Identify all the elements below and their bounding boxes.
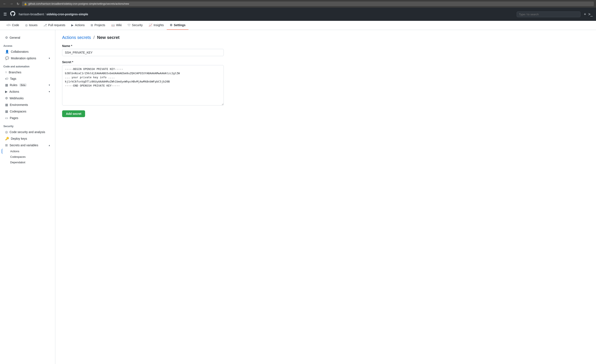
sidebar-item-rules[interactable]: ▦ Rules Beta ▾ bbox=[2, 82, 53, 88]
nav-wiki[interactable]: 📖 Wiki bbox=[108, 21, 125, 30]
nav-issues-label: Issues bbox=[29, 23, 37, 27]
sidebar: ⚙ General Access 👤 Collaborators 💬 Moder… bbox=[0, 30, 55, 364]
back-button[interactable]: ← bbox=[2, 1, 7, 6]
breadcrumb: Actions secrets / New secret bbox=[62, 35, 240, 40]
sidebar-moderation-label: Moderation options bbox=[11, 57, 36, 60]
breadcrumb-link[interactable]: Actions secrets bbox=[62, 35, 91, 40]
sidebar-rules-label: Rules bbox=[10, 83, 17, 87]
insights-icon: 📈 bbox=[149, 23, 152, 27]
sidebar-item-branches[interactable]: ⑂ Branches bbox=[2, 69, 53, 75]
security-icon: 🛡 bbox=[128, 23, 131, 27]
sidebar-secrets-label: Secrets and variables bbox=[10, 143, 38, 147]
main-content: Actions secrets / New secret Name * Secr… bbox=[55, 30, 247, 364]
sidebar-item-tags[interactable]: 🏷 Tags bbox=[2, 75, 53, 82]
chevron-down-icon-rules: ▾ bbox=[49, 83, 50, 87]
secrets-icon: ⊞ bbox=[5, 143, 8, 147]
nav-insights[interactable]: 📈 Insights bbox=[146, 21, 167, 30]
sidebar-pages-label: Pages bbox=[10, 116, 18, 120]
nav-actions-label: Actions bbox=[75, 23, 85, 27]
main-layout: ⚙ General Access 👤 Collaborators 💬 Moder… bbox=[0, 30, 596, 364]
secret-label: Secret * bbox=[62, 60, 240, 64]
projects-icon: ⊞ bbox=[91, 23, 93, 27]
sidebar-section-code: Code and automation bbox=[0, 62, 55, 69]
sidebar-collaborators-label: Collaborators bbox=[11, 50, 29, 53]
nav-projects[interactable]: ⊞ Projects bbox=[88, 21, 108, 30]
github-header: ☰ harrison-broadbent / sidekiq-cron-post… bbox=[0, 8, 596, 21]
nav-issues[interactable]: ◎ Issues bbox=[22, 21, 40, 30]
sidebar-actions-label: Actions bbox=[9, 90, 19, 93]
breadcrumb-separator: / bbox=[93, 35, 95, 40]
secret-required: * bbox=[72, 60, 73, 64]
key-icon: 🔑 bbox=[5, 137, 9, 141]
sidebar-sub-dependabot-label: Dependabot bbox=[10, 161, 25, 164]
nav-insights-label: Insights bbox=[154, 23, 164, 27]
sidebar-deploy-keys-label: Deploy keys bbox=[11, 137, 27, 140]
codespaces-icon: ▦ bbox=[5, 110, 8, 113]
name-form-group: Name * bbox=[62, 44, 240, 56]
nav-code-label: Code bbox=[12, 23, 19, 27]
forward-button[interactable]: → bbox=[9, 1, 14, 6]
address-bar[interactable]: 🔒 github.com/harrison-broadbent/sidekiq-… bbox=[22, 1, 594, 6]
repo-name[interactable]: sidekiq-cron-postgres-simple bbox=[46, 13, 88, 16]
sidebar-item-actions[interactable]: ▶ Actions ▾ bbox=[2, 89, 53, 95]
shield-icon: ◎ bbox=[5, 130, 8, 134]
secret-form-group: Secret * -----BEGIN OPENSSH PRIVATE KEY-… bbox=[62, 60, 240, 106]
actions-nav-icon: ▶ bbox=[71, 23, 74, 27]
sidebar-item-secrets[interactable]: ⊞ Secrets and variables ▴ bbox=[2, 142, 53, 149]
nav-security-label: Security bbox=[132, 23, 143, 27]
terminal-icon[interactable]: >_ bbox=[588, 12, 593, 17]
nav-code[interactable]: </> Code bbox=[3, 21, 22, 30]
chevron-down-icon-actions: ▾ bbox=[49, 90, 50, 93]
wiki-icon: 📖 bbox=[111, 23, 115, 27]
plus-icon[interactable]: + bbox=[584, 12, 586, 17]
sidebar-item-webhooks[interactable]: ⚙ Webhooks bbox=[2, 95, 53, 101]
nav-pr-label: Pull requests bbox=[48, 23, 65, 27]
address-text: github.com/harrison-broadbent/sidekiq-cr… bbox=[28, 2, 129, 5]
header-actions: + >_ bbox=[584, 12, 593, 17]
repo-path: harrison-broadbent / sidekiq-cron-postgr… bbox=[19, 13, 88, 16]
sidebar-section-access: Access bbox=[0, 41, 55, 48]
sidebar-section-security: Security bbox=[0, 121, 55, 129]
people-icon: 👤 bbox=[5, 50, 9, 54]
chevron-up-icon: ▴ bbox=[49, 144, 50, 147]
sidebar-item-pages[interactable]: ▭ Pages bbox=[2, 115, 53, 121]
comment-icon: 💬 bbox=[5, 56, 9, 60]
sidebar-tags-label: Tags bbox=[10, 77, 16, 80]
sidebar-item-collaborators[interactable]: 👤 Collaborators bbox=[2, 48, 53, 55]
secret-textarea[interactable]: -----BEGIN OPENSSH PRIVATE KEY----- b3Bl… bbox=[62, 65, 224, 105]
name-input[interactable] bbox=[62, 49, 224, 56]
sidebar-item-moderation[interactable]: 💬 Moderation options ▾ bbox=[2, 55, 53, 61]
add-secret-button[interactable]: Add secret bbox=[62, 110, 85, 117]
repo-owner[interactable]: harrison-broadbent bbox=[19, 13, 44, 16]
sidebar-sub-actions[interactable]: Actions bbox=[2, 149, 53, 154]
tag-icon: 🏷 bbox=[5, 77, 8, 80]
sidebar-item-general[interactable]: ⚙ General bbox=[2, 34, 53, 41]
lock-icon: 🔒 bbox=[24, 3, 27, 5]
branch-icon: ⑂ bbox=[5, 70, 7, 74]
sidebar-sub-codespaces[interactable]: Codespaces bbox=[2, 154, 53, 159]
nav-pull-requests[interactable]: ⎇ Pull requests bbox=[40, 21, 68, 30]
webhooks-icon: ⚙ bbox=[5, 96, 8, 100]
sidebar-item-codespaces[interactable]: ▦ Codespaces bbox=[2, 108, 53, 115]
issues-icon: ◎ bbox=[25, 23, 28, 27]
sidebar-item-code-security[interactable]: ◎ Code security and analysis bbox=[2, 129, 53, 135]
pr-icon: ⎇ bbox=[43, 23, 47, 27]
path-separator: / bbox=[45, 13, 45, 16]
refresh-button[interactable]: ↻ bbox=[16, 1, 20, 6]
sidebar-general-label: General bbox=[10, 36, 20, 39]
nav-security[interactable]: 🛡 Security bbox=[125, 21, 146, 30]
chevron-down-icon: ▾ bbox=[49, 57, 50, 60]
sidebar-sub-codespaces-label: Codespaces bbox=[10, 155, 26, 158]
search-input[interactable] bbox=[517, 11, 581, 17]
nav-actions[interactable]: ▶ Actions bbox=[68, 21, 88, 30]
browser-chrome: ← → ↻ 🔒 github.com/harrison-broadbent/si… bbox=[0, 0, 596, 8]
sidebar-item-environments[interactable]: ▦ Environments bbox=[2, 102, 53, 108]
gear-icon: ⚙ bbox=[5, 36, 8, 40]
github-logo bbox=[10, 11, 15, 17]
search-container bbox=[517, 11, 581, 17]
hamburger-menu[interactable]: ☰ bbox=[3, 12, 7, 17]
sidebar-item-deploy-keys[interactable]: 🔑 Deploy keys bbox=[2, 135, 53, 142]
sidebar-sub-dependabot[interactable]: Dependabot bbox=[2, 160, 53, 165]
nav-settings[interactable]: ⚙ Settings bbox=[167, 21, 188, 30]
sidebar-branches-label: Branches bbox=[9, 71, 21, 74]
